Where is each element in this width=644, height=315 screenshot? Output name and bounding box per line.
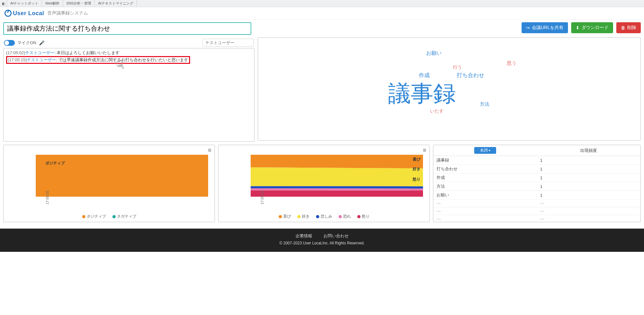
frequency-table: 名詞 出現頻度 議事録1打ち合わせ1作成1方法1お願い1------------…	[433, 145, 640, 222]
wordcloud-word[interactable]: 作成	[419, 72, 430, 79]
transcript-line[interactable]: (17:05:02)テストユーザー: 本日はよろしくお願いいたします	[6, 50, 252, 56]
share-button-label: 会議URLを共有	[532, 25, 563, 31]
legend-item[interactable]: 好き	[297, 214, 310, 219]
svg-marker-4	[251, 186, 423, 189]
legend-item[interactable]: ポジティブ	[82, 214, 106, 219]
frequency-table-panel: 名詞 出現頻度 議事録1打ち合わせ1作成1方法1お願い1------------…	[433, 145, 641, 222]
frequency-row[interactable]: 方法1	[433, 182, 640, 191]
freq-word: お願い	[433, 191, 537, 200]
download-icon: ⬇	[576, 25, 580, 30]
global-tab[interactable]: SNS分析・管理	[63, 0, 95, 7]
transcript-user: テストユーザー	[25, 50, 54, 55]
frequency-row[interactable]: ------	[433, 200, 640, 207]
freq-word: ---	[433, 207, 537, 215]
page-footer: 企業情報 お問い合わせ © 2007-2023 User Local,Inc. …	[0, 229, 644, 252]
legend-item[interactable]: 怒り	[357, 214, 370, 219]
legend-item[interactable]: 喜び	[279, 214, 291, 219]
frequency-row[interactable]: ------	[433, 207, 640, 215]
frequency-header: 出現頻度	[537, 145, 641, 156]
freq-count: 1	[537, 182, 641, 191]
download-button[interactable]: ⬇ ダウンロード	[571, 22, 613, 33]
microphone-icon[interactable]: 🎤	[39, 40, 44, 45]
brand-subtitle: 音声議事録システム	[47, 10, 88, 16]
chart-band-label: 怒り	[413, 177, 420, 182]
pos-filter-dropdown[interactable]: 名詞	[474, 147, 496, 154]
freq-count: 1	[537, 165, 641, 173]
chart-band-label: 好き	[413, 166, 420, 172]
svg-marker-3	[251, 167, 423, 186]
global-tab[interactable]: Web解析	[42, 0, 63, 7]
wordcloud-word[interactable]: いたす	[430, 108, 444, 114]
emotion-chart-legend: 喜び好き悲しみ恐れ怒り	[218, 214, 429, 219]
brand-mark-icon	[5, 10, 12, 17]
sentiment-chart-legend: ポジティブネガティブ	[4, 214, 215, 219]
download-button-label: ダウンロード	[582, 25, 609, 31]
transcript-text: : 本日はよろしくお願いいたします	[54, 50, 120, 55]
app-header: User Local 音声議事録システム	[0, 7, 644, 20]
emotion-chart: ≡ 喜び好き怒り 17:05:02 喜び好き悲しみ恐れ怒り	[218, 145, 430, 222]
footer-link[interactable]: 企業情報	[295, 233, 312, 238]
footer-link[interactable]: お問い合わせ	[323, 233, 349, 238]
freq-word: 作成	[433, 173, 537, 182]
transcript-panel[interactable]: (17:05:02)テストユーザー: 本日はよろしくお願いいたします (17:0…	[3, 48, 255, 142]
transcript-line-selected[interactable]: (17:05:15)テストユーザー: では早速議事録作成方法に関するお打ち合わせ…	[6, 56, 190, 64]
svg-marker-6	[251, 191, 423, 197]
chart-band-label: 喜び	[413, 157, 420, 162]
mic-toggle[interactable]	[4, 40, 15, 46]
delete-button-label: 削除	[627, 25, 636, 31]
frequency-row[interactable]: ------	[433, 215, 640, 222]
freq-word: 議事録	[433, 156, 537, 165]
wordcloud-word[interactable]: 行う	[453, 64, 462, 70]
frequency-row[interactable]: お願い1	[433, 191, 640, 200]
footer-copyright: © 2007-2023 User Local,Inc. All Rights R…	[0, 241, 644, 245]
freq-word: ---	[433, 215, 537, 222]
speaker-name-input[interactable]	[202, 39, 254, 47]
freq-count: ---	[537, 215, 641, 222]
frequency-row[interactable]: 作成1	[433, 173, 640, 182]
freq-word: ---	[433, 200, 537, 207]
sentiment-chart-plot: ポジティブ	[36, 155, 208, 197]
legend-item[interactable]: 悲しみ	[316, 214, 332, 219]
svg-marker-5	[251, 188, 423, 191]
delete-button[interactable]: 🗑 削除	[616, 22, 641, 33]
svg-marker-2	[251, 155, 423, 168]
wordcloud-word[interactable]: 思う	[507, 60, 516, 66]
freq-count: 1	[537, 191, 641, 200]
chart-band-label: ポジティブ	[45, 161, 65, 166]
mic-controls: マイクON 🎤	[3, 37, 255, 48]
mic-toggle-label: マイクON	[17, 40, 36, 46]
global-tab[interactable]: AIテキストマイニング	[95, 0, 137, 7]
wordcloud-word[interactable]: 議事録	[388, 79, 456, 109]
app-logo-icon: ◐	[0, 0, 7, 7]
frequency-row[interactable]: 議事録1	[433, 156, 640, 165]
brand-logo[interactable]: User Local 音声議事録システム	[5, 10, 88, 17]
wordcloud-word[interactable]: 打ち合わせ	[457, 72, 484, 79]
wordcloud-word[interactable]: 方法	[480, 101, 489, 107]
global-tabbar: ◐ AIチャットボット Web解析 SNS分析・管理 AIテキストマイニング	[0, 0, 644, 7]
legend-item[interactable]: ネガティブ	[112, 214, 136, 219]
freq-count: ---	[537, 207, 641, 215]
meeting-title-input[interactable]	[3, 22, 251, 35]
transcript-text: : では早速議事録作成方法に関するお打ち合わせを行いたいと思います	[56, 57, 188, 62]
chart-menu-icon[interactable]: ≡	[423, 147, 426, 154]
wordcloud-panel: 議事録お願い思う行う作成打ち合わせいたす方法	[258, 37, 641, 141]
wordcloud-word[interactable]: お願い	[426, 50, 442, 57]
legend-item[interactable]: 恐れ	[339, 214, 351, 219]
share-url-button[interactable]: ↪ 会議URLを共有	[522, 22, 568, 33]
chart-menu-icon[interactable]: ≡	[208, 147, 211, 154]
brand-text: User Local	[13, 10, 44, 17]
trash-icon: 🗑	[621, 25, 625, 30]
chart-xtick: 17:05:02	[260, 191, 264, 204]
share-icon: ↪	[526, 25, 530, 30]
freq-word: 打ち合わせ	[433, 165, 537, 173]
global-tab[interactable]: AIチャットボット	[7, 0, 42, 7]
sentiment-chart: ≡ ポジティブ 17:05:02 ポジティブネガティブ	[3, 145, 215, 222]
freq-count: 1	[537, 173, 641, 182]
freq-count: 1	[537, 156, 641, 165]
transcript-timestamp: (17:05:02)	[6, 50, 25, 55]
transcript-user: テストユーザー	[27, 57, 56, 62]
chart-xtick: 17:05:02	[45, 191, 49, 204]
frequency-row[interactable]: 打ち合わせ1	[433, 165, 640, 173]
freq-word: 方法	[433, 182, 537, 191]
freq-count: ---	[537, 200, 641, 207]
